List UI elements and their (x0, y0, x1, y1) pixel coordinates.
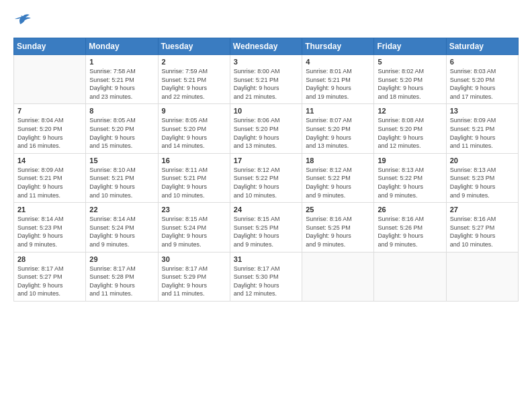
day-cell: 19Sunrise: 8:13 AMSunset: 5:22 PMDayligh… (374, 153, 446, 202)
col-header-thursday: Thursday (302, 38, 374, 55)
day-number: 17 (234, 156, 298, 165)
day-info: Sunrise: 8:14 AMSunset: 5:23 PMDaylight:… (17, 215, 82, 248)
day-info: Sunrise: 8:16 AMSunset: 5:26 PMDaylight:… (378, 215, 442, 248)
day-info: Sunrise: 8:17 AMSunset: 5:30 PMDaylight:… (234, 265, 298, 298)
day-number: 28 (17, 255, 82, 263)
col-header-sunday: Sunday (14, 38, 86, 55)
day-number: 14 (17, 156, 82, 165)
day-info: Sunrise: 8:12 AMSunset: 5:22 PMDaylight:… (306, 166, 370, 199)
logo (13, 13, 35, 31)
day-cell: 3Sunrise: 8:00 AMSunset: 5:21 PMDaylight… (230, 55, 302, 104)
day-cell (302, 252, 374, 301)
day-cell: 12Sunrise: 8:08 AMSunset: 5:20 PMDayligh… (374, 104, 446, 153)
logo-icon (13, 13, 32, 31)
day-info: Sunrise: 8:17 AMSunset: 5:27 PMDaylight:… (17, 265, 82, 298)
day-cell (14, 55, 86, 104)
day-info: Sunrise: 8:16 AMSunset: 5:25 PMDaylight:… (306, 215, 370, 248)
col-header-saturday: Saturday (446, 38, 518, 55)
day-info: Sunrise: 8:13 AMSunset: 5:22 PMDaylight:… (378, 166, 442, 199)
col-header-tuesday: Tuesday (158, 38, 230, 55)
day-number: 21 (17, 205, 82, 214)
day-info: Sunrise: 7:58 AMSunset: 5:21 PMDaylight:… (89, 67, 154, 101)
week-row-4: 21Sunrise: 8:14 AMSunset: 5:23 PMDayligh… (14, 203, 519, 252)
day-info: Sunrise: 8:14 AMSunset: 5:24 PMDaylight:… (89, 215, 154, 248)
col-header-monday: Monday (86, 38, 158, 55)
day-number: 23 (162, 205, 226, 214)
day-cell (446, 252, 518, 301)
day-info: Sunrise: 8:02 AMSunset: 5:20 PMDaylight:… (378, 67, 442, 101)
day-cell: 14Sunrise: 8:09 AMSunset: 5:21 PMDayligh… (14, 153, 86, 202)
day-cell: 15Sunrise: 8:10 AMSunset: 5:21 PMDayligh… (86, 153, 158, 202)
day-cell: 28Sunrise: 8:17 AMSunset: 5:27 PMDayligh… (14, 252, 86, 301)
week-row-3: 14Sunrise: 8:09 AMSunset: 5:21 PMDayligh… (14, 153, 519, 202)
day-cell: 22Sunrise: 8:14 AMSunset: 5:24 PMDayligh… (86, 203, 158, 252)
day-number: 18 (306, 156, 370, 165)
day-info: Sunrise: 8:17 AMSunset: 5:28 PMDaylight:… (89, 265, 154, 298)
week-row-1: 1Sunrise: 7:58 AMSunset: 5:21 PMDaylight… (14, 55, 519, 104)
day-number: 10 (234, 107, 298, 115)
day-info: Sunrise: 8:05 AMSunset: 5:20 PMDaylight:… (162, 116, 226, 150)
day-cell: 5Sunrise: 8:02 AMSunset: 5:20 PMDaylight… (374, 55, 446, 104)
day-info: Sunrise: 8:13 AMSunset: 5:23 PMDaylight:… (450, 166, 515, 199)
day-cell: 16Sunrise: 8:11 AMSunset: 5:21 PMDayligh… (158, 153, 230, 202)
day-cell: 20Sunrise: 8:13 AMSunset: 5:23 PMDayligh… (446, 153, 518, 202)
day-cell: 1Sunrise: 7:58 AMSunset: 5:21 PMDaylight… (86, 55, 158, 104)
day-number: 20 (450, 156, 515, 165)
day-number: 19 (378, 156, 442, 165)
day-cell: 25Sunrise: 8:16 AMSunset: 5:25 PMDayligh… (302, 203, 374, 252)
day-cell: 29Sunrise: 8:17 AMSunset: 5:28 PMDayligh… (86, 252, 158, 301)
day-number: 22 (89, 205, 154, 214)
day-cell: 27Sunrise: 8:16 AMSunset: 5:27 PMDayligh… (446, 203, 518, 252)
day-cell: 9Sunrise: 8:05 AMSunset: 5:20 PMDaylight… (158, 104, 230, 153)
day-cell: 21Sunrise: 8:14 AMSunset: 5:23 PMDayligh… (14, 203, 86, 252)
day-cell: 4Sunrise: 8:01 AMSunset: 5:21 PMDaylight… (302, 55, 374, 104)
day-number: 30 (162, 255, 226, 263)
day-cell: 18Sunrise: 8:12 AMSunset: 5:22 PMDayligh… (302, 153, 374, 202)
day-info: Sunrise: 8:05 AMSunset: 5:20 PMDaylight:… (89, 116, 154, 150)
day-number: 5 (378, 58, 442, 66)
day-number: 11 (306, 107, 370, 115)
day-info: Sunrise: 8:00 AMSunset: 5:21 PMDaylight:… (234, 67, 298, 101)
day-number: 16 (162, 156, 226, 165)
day-number: 29 (89, 255, 154, 263)
col-header-wednesday: Wednesday (230, 38, 302, 55)
day-number: 27 (450, 205, 515, 214)
week-row-5: 28Sunrise: 8:17 AMSunset: 5:27 PMDayligh… (14, 252, 519, 301)
calendar: SundayMondayTuesdayWednesdayThursdayFrid… (13, 38, 519, 302)
day-info: Sunrise: 8:09 AMSunset: 5:21 PMDaylight:… (17, 166, 82, 199)
day-number: 1 (89, 58, 154, 66)
day-number: 31 (234, 255, 298, 263)
day-number: 7 (17, 107, 82, 115)
day-info: Sunrise: 8:12 AMSunset: 5:22 PMDaylight:… (234, 166, 298, 199)
day-number: 24 (234, 205, 298, 214)
day-cell: 11Sunrise: 8:07 AMSunset: 5:20 PMDayligh… (302, 104, 374, 153)
day-cell: 8Sunrise: 8:05 AMSunset: 5:20 PMDaylight… (86, 104, 158, 153)
day-info: Sunrise: 8:01 AMSunset: 5:21 PMDaylight:… (306, 67, 370, 101)
day-cell: 17Sunrise: 8:12 AMSunset: 5:22 PMDayligh… (230, 153, 302, 202)
day-info: Sunrise: 8:09 AMSunset: 5:21 PMDaylight:… (450, 116, 515, 150)
day-number: 3 (234, 58, 298, 66)
day-number: 9 (162, 107, 226, 115)
day-info: Sunrise: 8:04 AMSunset: 5:20 PMDaylight:… (17, 116, 82, 150)
day-cell: 13Sunrise: 8:09 AMSunset: 5:21 PMDayligh… (446, 104, 518, 153)
day-info: Sunrise: 8:11 AMSunset: 5:21 PMDaylight:… (162, 166, 226, 199)
day-cell: 7Sunrise: 8:04 AMSunset: 5:20 PMDaylight… (14, 104, 86, 153)
day-cell (374, 252, 446, 301)
day-info: Sunrise: 8:10 AMSunset: 5:21 PMDaylight:… (89, 166, 154, 199)
day-number: 4 (306, 58, 370, 66)
day-number: 2 (162, 58, 226, 66)
week-row-2: 7Sunrise: 8:04 AMSunset: 5:20 PMDaylight… (14, 104, 519, 153)
page-header (13, 13, 519, 31)
day-info: Sunrise: 8:15 AMSunset: 5:24 PMDaylight:… (162, 215, 226, 248)
day-cell: 31Sunrise: 8:17 AMSunset: 5:30 PMDayligh… (230, 252, 302, 301)
day-number: 12 (378, 107, 442, 115)
day-cell: 26Sunrise: 8:16 AMSunset: 5:26 PMDayligh… (374, 203, 446, 252)
day-info: Sunrise: 8:06 AMSunset: 5:20 PMDaylight:… (234, 116, 298, 150)
day-number: 26 (378, 205, 442, 214)
day-cell: 10Sunrise: 8:06 AMSunset: 5:20 PMDayligh… (230, 104, 302, 153)
day-info: Sunrise: 7:59 AMSunset: 5:21 PMDaylight:… (162, 67, 226, 101)
day-cell: 2Sunrise: 7:59 AMSunset: 5:21 PMDaylight… (158, 55, 230, 104)
day-cell: 23Sunrise: 8:15 AMSunset: 5:24 PMDayligh… (158, 203, 230, 252)
day-number: 13 (450, 107, 515, 115)
day-cell: 24Sunrise: 8:15 AMSunset: 5:25 PMDayligh… (230, 203, 302, 252)
